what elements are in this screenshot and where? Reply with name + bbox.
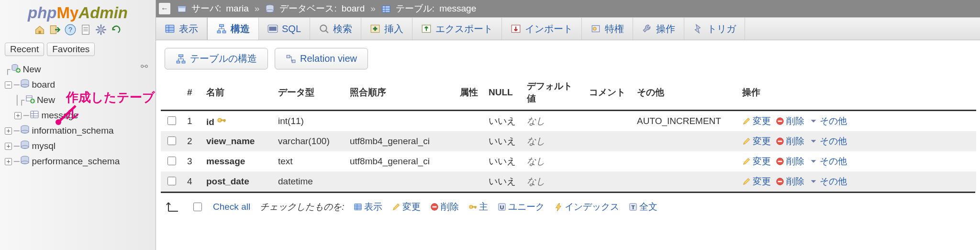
op-more[interactable]: その他 (809, 115, 847, 127)
columns-table: # 名前 データ型 照合順序 属性 NULL デフォルト値 コメント その他 操… (161, 77, 976, 192)
bc-server-link[interactable]: maria (226, 3, 249, 14)
op-more[interactable]: その他 (809, 155, 847, 168)
op-drop[interactable]: 削除 (776, 115, 804, 127)
collapse-icon[interactable]: − (5, 81, 12, 89)
op-edit[interactable]: 変更 (742, 175, 771, 188)
cell-extra (632, 171, 737, 192)
gear-icon[interactable] (95, 24, 107, 38)
cell-num: 4 (182, 171, 201, 192)
arrow-up-icon (166, 199, 182, 215)
tab-browse[interactable]: 表示 (156, 18, 207, 40)
tab-operations[interactable]: 操作 (633, 18, 684, 40)
expand-icon[interactable]: + (5, 127, 12, 135)
tree-new-db[interactable]: ┌ New (5, 62, 156, 77)
subtab-structure[interactable]: テーブルの構造 (165, 48, 268, 69)
expand-icon[interactable]: + (14, 112, 22, 119)
new-table-icon (25, 94, 35, 106)
table-row: 1id int(11)いいえなしAUTO_INCREMENT変更削除その他 (161, 111, 976, 132)
cell-null: いいえ (484, 171, 522, 192)
bulk-primary[interactable]: 主 (468, 201, 488, 213)
row-checkbox[interactable] (167, 177, 176, 185)
sidebar-toolbar (0, 23, 156, 41)
tab-insert[interactable]: 挿入 (361, 18, 412, 40)
cell-name: message (201, 151, 273, 171)
collapse-sidebar-button[interactable]: ← (159, 3, 170, 14)
tree-table-message[interactable]: + ─ message (5, 108, 156, 123)
breadcrumb: ← サーバ: maria » データベース: board » テーブル: mes… (156, 0, 980, 17)
cell-type: int(11) (273, 111, 345, 132)
cell-comment (584, 131, 632, 151)
home-icon[interactable] (34, 24, 45, 38)
cell-num: 1 (182, 111, 201, 132)
cell-collation: utf8mb4_general_ci (345, 151, 455, 171)
th-collation: 照合順序 (345, 77, 455, 111)
op-edit[interactable]: 変更 (742, 135, 771, 148)
row-checkbox[interactable] (167, 157, 176, 165)
tab-search[interactable]: 検索 (310, 18, 361, 40)
op-drop[interactable]: 削除 (776, 135, 804, 148)
bulk-unique[interactable]: ユニーク (498, 201, 545, 213)
check-all-label[interactable]: Check all (213, 202, 250, 212)
cell-attr (455, 151, 484, 171)
cell-default: なし (527, 136, 545, 146)
table-row: 3messagetextutf8mb4_general_ciいいえなし変更削除そ… (161, 151, 976, 171)
op-more[interactable]: その他 (809, 135, 847, 148)
tree-db-board[interactable]: − ─ board (5, 77, 156, 92)
cell-type: text (273, 151, 345, 171)
cell-type: varchar(100) (273, 131, 345, 151)
cell-num: 3 (182, 151, 201, 171)
tree-db-mysql[interactable]: + ─ mysql (5, 138, 156, 154)
tab-privileges[interactable]: 特権 (582, 18, 633, 40)
subtab-relation[interactable]: Relation view (275, 48, 368, 69)
db-icon (20, 140, 30, 152)
op-edit[interactable]: 変更 (742, 155, 771, 168)
bulk-edit[interactable]: 変更 (392, 201, 421, 213)
cell-type: datetime (273, 171, 345, 192)
recent-button[interactable]: Recent (5, 43, 44, 56)
bulk-drop[interactable]: 削除 (430, 201, 459, 213)
sidebar: phpMyAdmin Recent Favorites ⚯ ┌ New − ─ (0, 0, 156, 250)
link-icon[interactable]: ⚯ (141, 61, 148, 72)
tree-db-information-schema[interactable]: + ─ information_schema (5, 123, 156, 138)
tab-sql[interactable]: SQL (259, 18, 310, 40)
op-edit[interactable]: 変更 (742, 115, 771, 127)
tab-triggers[interactable]: トリガ (684, 18, 745, 40)
cell-comment (584, 111, 632, 132)
th-default: デフォルト値 (522, 77, 584, 111)
db-icon (265, 3, 275, 14)
op-drop[interactable]: 削除 (776, 175, 804, 188)
db-icon (20, 125, 30, 137)
check-all-checkbox[interactable] (193, 203, 202, 211)
bulk-index[interactable]: インデックス (554, 201, 619, 213)
bulk-browse[interactable]: 表示 (354, 201, 382, 213)
bulk-fulltext[interactable]: 全文 (629, 201, 657, 213)
cell-null: いいえ (484, 111, 522, 132)
bc-table-link[interactable]: message (439, 3, 476, 14)
th-extra: その他 (632, 77, 737, 111)
cell-default: なし (527, 156, 545, 166)
expand-icon[interactable]: + (5, 158, 12, 165)
refresh-icon[interactable] (111, 24, 122, 38)
cell-default: なし (527, 176, 545, 186)
op-drop[interactable]: 削除 (776, 155, 804, 168)
cell-extra: AUTO_INCREMENT (632, 111, 737, 132)
bc-db-link[interactable]: board (342, 3, 365, 14)
logo[interactable]: phpMyAdmin (0, 2, 156, 23)
bulk-actions-row: Check all チェックしたものを: 表示 変更 削除 主 ユニーク インデ… (161, 192, 975, 216)
row-checkbox[interactable] (167, 136, 176, 145)
tree-board-new[interactable]: │┌ New (5, 92, 156, 108)
exit-icon[interactable] (49, 24, 61, 38)
doc-icon[interactable] (80, 24, 91, 38)
expand-icon[interactable]: + (5, 143, 12, 150)
favorites-button[interactable]: Favorites (47, 43, 95, 56)
tab-structure[interactable]: 構造 (207, 18, 259, 40)
op-more[interactable]: その他 (809, 175, 847, 188)
tab-export[interactable]: エクスポート (412, 18, 502, 40)
cell-attr (455, 131, 484, 151)
help-icon[interactable] (65, 24, 76, 38)
tab-import[interactable]: インポート (502, 18, 582, 40)
cell-num: 2 (182, 131, 201, 151)
tree-db-performance-schema[interactable]: + ─ performance_schema (5, 154, 156, 169)
table-icon (30, 110, 39, 122)
row-checkbox[interactable] (167, 116, 176, 125)
